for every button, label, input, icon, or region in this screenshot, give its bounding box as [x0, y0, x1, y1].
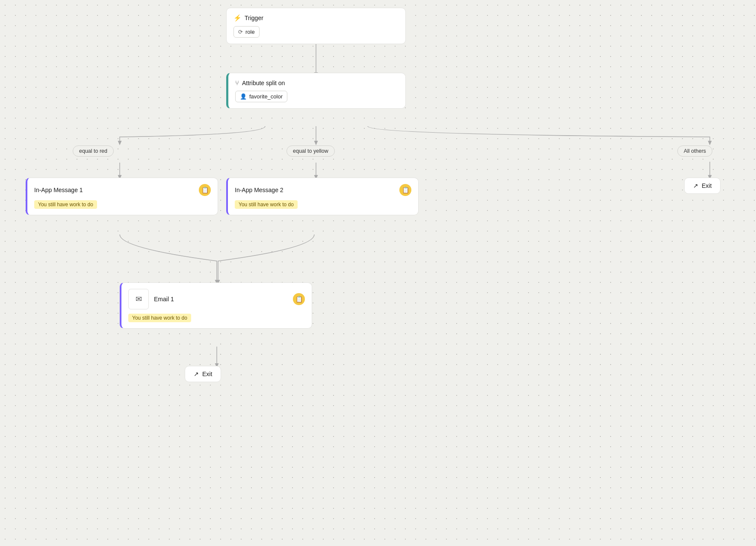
condition-pill-yellow: equal to yellow	[286, 145, 335, 157]
trigger-icon: ⚡	[233, 14, 242, 22]
inapp1-title-row: In-App Message 1 📋	[34, 184, 211, 196]
email-1[interactable]: ✉ Email 1 📋 You still have work to do	[120, 282, 312, 329]
inapp1-doc-icon: 📋	[199, 184, 211, 196]
email1-title-row: ✉ Email 1 📋	[128, 289, 305, 309]
email1-tag: You still have work to do	[128, 314, 191, 322]
inapp-message-2[interactable]: In-App Message 2 📋 You still have work t…	[226, 178, 419, 215]
email1-icon: ✉	[128, 289, 149, 309]
inapp-message-1[interactable]: In-App Message 1 📋 You still have work t…	[26, 178, 218, 215]
trigger-title: ⚡ Trigger	[233, 14, 399, 22]
exit-node-top[interactable]: ↗ Exit	[684, 178, 721, 194]
split-icon: ⑂	[235, 79, 239, 86]
trigger-node[interactable]: ⚡ Trigger ⟳ role	[226, 8, 406, 44]
inapp2-title-row: In-App Message 2 📋	[235, 184, 411, 196]
exit2-icon: ↗	[194, 371, 199, 377]
inapp2-doc-icon: 📋	[399, 184, 411, 196]
split-title: ⑂ Attribute split on	[235, 79, 399, 86]
role-icon: ⟳	[238, 29, 243, 35]
exit1-icon: ↗	[693, 182, 698, 189]
exit-node-bottom[interactable]: ↗ Exit	[185, 366, 221, 382]
attribute-split-node[interactable]: ⑂ Attribute split on 👤 favorite_color	[226, 73, 406, 109]
split-badge[interactable]: 👤 favorite_color	[235, 91, 287, 102]
attribute-icon: 👤	[240, 93, 247, 100]
condition-pill-others: All others	[677, 145, 712, 157]
condition-pill-red: equal to red	[73, 145, 114, 157]
trigger-badge[interactable]: ⟳ role	[233, 26, 260, 38]
inapp2-tag: You still have work to do	[235, 200, 298, 209]
email1-doc-icon: 📋	[293, 293, 305, 305]
inapp1-tag: You still have work to do	[34, 200, 97, 209]
